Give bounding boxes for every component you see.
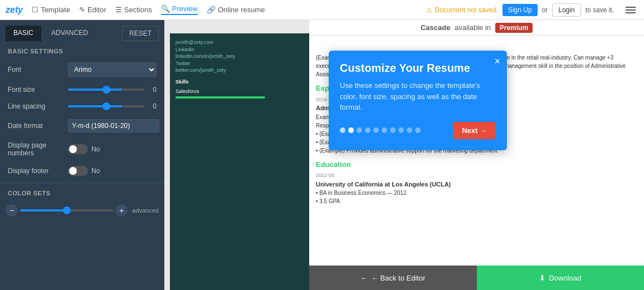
- main-layout: BASIC ADVANCED RESET BASIC SETTINGS Font…: [0, 20, 644, 290]
- alert-icon: ⚠: [426, 6, 432, 14]
- login-button[interactable]: Login: [552, 3, 580, 17]
- modal-description: Use these settings to change the templat…: [340, 80, 496, 113]
- modal-dot-7[interactable]: [398, 127, 404, 133]
- skills-title: Skills: [175, 78, 304, 86]
- font-select[interactable]: Arimo: [68, 62, 157, 77]
- modal-dot-0[interactable]: [340, 127, 345, 133]
- reset-button[interactable]: RESET: [122, 26, 159, 41]
- degree: • BA in Business Economics — 2012: [316, 189, 637, 197]
- twitter-url: twitter.com/jsmith_zety: [175, 67, 304, 74]
- page-numbers-toggle-container: No: [68, 144, 157, 154]
- topnav-right: ⚠ Document not saved. Sign Up or Login t…: [426, 2, 638, 18]
- date-format-label: Date format: [8, 122, 64, 130]
- preview-icon: 🔍: [161, 4, 170, 13]
- zoom-bar: − + advanced: [0, 200, 164, 221]
- nav-template[interactable]: ☐ Template: [32, 6, 70, 14]
- university-name: University of California at Los Angeles …: [316, 180, 637, 189]
- line-spacing-value: 0: [148, 102, 157, 110]
- skills-section: Skills Salesforce: [175, 78, 304, 99]
- template-icon: ☐: [32, 6, 38, 14]
- download-button[interactable]: ⬇ Download: [477, 266, 645, 290]
- tab-basic[interactable]: BASIC: [6, 26, 41, 41]
- line-spacing-slider-container: 0: [68, 102, 157, 110]
- modal-dot-2[interactable]: [357, 127, 362, 133]
- skill-name: Salesforce: [175, 88, 304, 95]
- modal-dot-5[interactable]: [382, 127, 387, 133]
- education-title: Education: [316, 159, 637, 170]
- zoom-plus-button[interactable]: +: [115, 204, 128, 217]
- font-size-label: Font size: [8, 86, 64, 94]
- tab-advanced[interactable]: ADVANCED: [43, 26, 96, 41]
- footer-toggle[interactable]: [68, 166, 88, 176]
- modal-next-button[interactable]: Next →: [453, 122, 496, 139]
- email: jsmith@zety.com: [175, 39, 304, 46]
- line-spacing-row: Line spacing 0: [0, 98, 164, 115]
- display-page-numbers-row: Display page numbers No: [0, 137, 164, 161]
- date-format-row: Date format: [0, 115, 164, 137]
- resume-sidebar-content: jsmith@zety.com LinkedIn linkedin.com/in…: [175, 39, 304, 99]
- modal-close-button[interactable]: ×: [494, 56, 500, 66]
- or-text: or: [542, 6, 548, 14]
- nav-sections[interactable]: ☰ Sections: [115, 6, 152, 14]
- online-resume-icon: 🔗: [207, 6, 216, 14]
- page-numbers-off-label: No: [91, 145, 100, 153]
- signup-button[interactable]: Sign Up: [502, 4, 538, 16]
- document-alert: ⚠ Document not saved.: [426, 6, 497, 14]
- bottom-action-bar: ← ← Back to Editor ⬇ Download: [309, 266, 644, 290]
- modal-dot-6[interactable]: [390, 127, 396, 133]
- modal-dots: [340, 127, 421, 133]
- color-sets-title: COLOR SETS: [0, 183, 164, 200]
- advanced-label: advanced: [132, 207, 159, 214]
- edu-date: 2012-05: [316, 172, 637, 180]
- sections-icon: ☰: [115, 6, 122, 14]
- contact-info: jsmith@zety.com LinkedIn linkedin.com/in…: [175, 39, 304, 74]
- resume-preview-area: Cascade available in Premium jsmith@zety…: [164, 20, 644, 290]
- footer-toggle-container: No: [68, 166, 157, 176]
- back-icon: ←: [360, 274, 368, 282]
- display-page-numbers-label: Display page numbers: [8, 141, 64, 157]
- date-format-input[interactable]: [68, 119, 159, 132]
- settings-sidebar: BASIC ADVANCED RESET BASIC SETTINGS Font…: [0, 20, 164, 290]
- zoom-minus-button[interactable]: −: [6, 204, 18, 217]
- customize-modal: × Customize Your Resume Use these settin…: [329, 51, 507, 150]
- cascade-bar: Cascade available in Premium: [309, 20, 644, 36]
- font-row: Font Arimo: [0, 58, 164, 81]
- back-to-editor-button[interactable]: ← ← Back to Editor: [309, 266, 477, 290]
- twitter-label: Twitter: [175, 60, 304, 67]
- linkedin-label: LinkedIn: [175, 46, 304, 53]
- modal-dot-1[interactable]: [348, 127, 354, 133]
- font-size-slider-container: 0: [68, 86, 157, 94]
- modal-dot-4[interactable]: [373, 127, 379, 133]
- font-size-slider[interactable]: [68, 89, 144, 91]
- sidebar-tabs: BASIC ADVANCED RESET: [0, 20, 164, 41]
- modal-footer: Next →: [340, 122, 496, 139]
- modal-dot-3[interactable]: [365, 127, 370, 133]
- nav-editor[interactable]: ✎ Editor: [79, 6, 106, 14]
- menu-button[interactable]: [623, 2, 638, 18]
- line-spacing-label: Line spacing: [8, 102, 64, 110]
- page-numbers-toggle[interactable]: [68, 144, 88, 154]
- font-size-row: Font size 0: [0, 81, 164, 98]
- display-footer-row: Display footer No: [0, 161, 164, 180]
- display-footer-label: Display footer: [8, 167, 64, 175]
- footer-off-label: No: [91, 167, 100, 175]
- logo[interactable]: zety: [6, 5, 23, 15]
- modal-title: Customize Your Resume: [340, 62, 496, 75]
- download-icon: ⬇: [539, 274, 545, 282]
- nav-online-resume[interactable]: 🔗 Online resume: [207, 6, 265, 14]
- font-label: Font: [8, 66, 64, 73]
- premium-badge: Premium: [495, 23, 533, 33]
- gpa: • 3.5 GPA: [316, 197, 637, 205]
- modal-dot-9[interactable]: [415, 127, 421, 133]
- linkedin-url: linkedin.com/in/jsmith_zety: [175, 53, 304, 60]
- editor-icon: ✎: [79, 6, 85, 14]
- line-spacing-slider[interactable]: [68, 105, 144, 107]
- zoom-slider[interactable]: [20, 209, 113, 212]
- modal-dot-8[interactable]: [407, 127, 412, 133]
- font-size-value: 0: [148, 86, 157, 94]
- skill-bar: [175, 96, 265, 99]
- top-navigation: zety ☐ Template ✎ Editor ☰ Sections 🔍 Pr…: [0, 0, 644, 20]
- resume-sidebar: jsmith@zety.com LinkedIn linkedin.com/in…: [170, 33, 309, 290]
- basic-settings-title: BASIC SETTINGS: [0, 41, 164, 58]
- nav-preview[interactable]: 🔍 Preview: [161, 4, 198, 15]
